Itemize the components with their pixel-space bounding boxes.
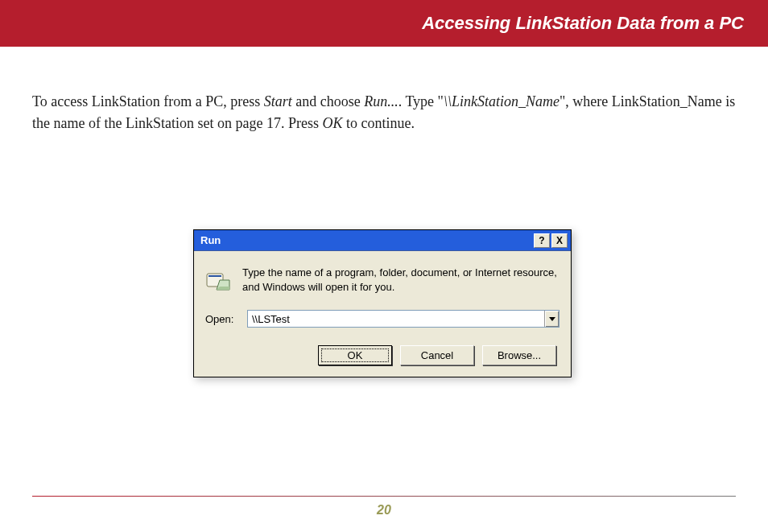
- body-em-run: Run...: [364, 93, 398, 109]
- titlebar-buttons: ? X: [534, 233, 568, 248]
- page-number: 20: [0, 503, 768, 518]
- page-title: Accessing LinkStation Data from a PC: [422, 13, 744, 34]
- help-button[interactable]: ?: [534, 233, 550, 248]
- body-text-3: . Type ": [398, 93, 444, 109]
- browse-button-label: Browse...: [498, 349, 541, 361]
- titlebar-title: Run: [200, 234, 221, 246]
- dialog-body: Type the name of a program, folder, docu…: [194, 251, 571, 377]
- instruction-row: Type the name of a program, folder, docu…: [205, 266, 559, 294]
- body-em-path: \\LinkStation_Name: [444, 93, 559, 109]
- open-combobox[interactable]: \\LSTest: [247, 310, 559, 328]
- svg-rect-1: [209, 275, 221, 277]
- page-header: Accessing LinkStation Data from a PC: [0, 0, 768, 47]
- open-label: Open:: [205, 313, 239, 325]
- cancel-button[interactable]: Cancel: [400, 345, 474, 365]
- page-footer: 20: [0, 496, 768, 518]
- run-icon: [205, 267, 231, 293]
- run-dialog-wrapper: Run ? X Type: [193, 229, 572, 377]
- close-button[interactable]: X: [551, 233, 568, 248]
- body-text-5: to continue.: [342, 115, 414, 131]
- titlebar[interactable]: Run ? X: [194, 230, 571, 251]
- open-row: Open: \\LSTest: [205, 310, 559, 328]
- body-text-1: To access LinkStation from a PC, press: [32, 93, 264, 109]
- browse-button[interactable]: Browse...: [482, 345, 556, 365]
- button-row: OK Cancel Browse...: [205, 345, 559, 365]
- footer-rule: [32, 496, 736, 497]
- ok-button[interactable]: OK: [318, 345, 392, 365]
- body-em-ok: OK: [322, 115, 342, 131]
- cancel-button-label: Cancel: [421, 349, 453, 361]
- dropdown-arrow-button[interactable]: [544, 311, 559, 327]
- chevron-down-icon: [549, 317, 555, 321]
- help-icon: ?: [539, 235, 544, 246]
- close-icon: X: [556, 235, 563, 246]
- body-em-start: Start: [264, 93, 292, 109]
- instruction-paragraph: To access LinkStation from a PC, press S…: [0, 47, 768, 134]
- ok-button-label: OK: [348, 349, 363, 361]
- dialog-instruction: Type the name of a program, folder, docu…: [242, 266, 559, 294]
- run-dialog: Run ? X Type: [193, 229, 572, 377]
- body-text-2: and choose: [292, 93, 364, 109]
- open-input[interactable]: \\LSTest: [248, 311, 544, 327]
